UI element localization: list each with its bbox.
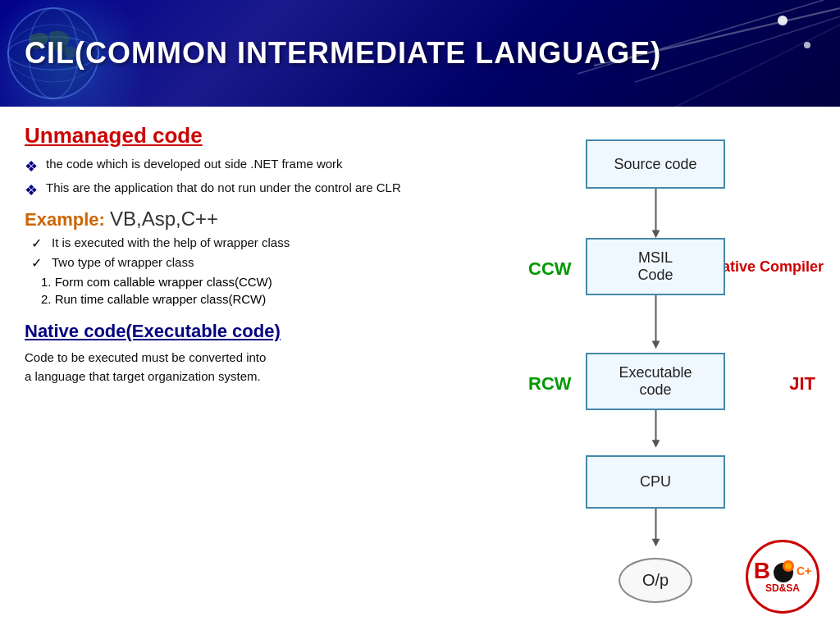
logo-dot-icon xyxy=(772,559,795,582)
main-content: Unmanaged code ❖ the code which is devel… xyxy=(0,107,840,630)
native-title: Native code(Executable code) xyxy=(25,321,495,342)
native-desc-2: a language that target organization syst… xyxy=(25,368,495,386)
left-column: Unmanaged code ❖ the code which is devel… xyxy=(25,123,512,622)
bullet-item-1: ❖ the code which is developed out side .… xyxy=(25,157,495,176)
header: CIL(COMMON INTERMEDIATE LANGUAGE) xyxy=(0,0,840,107)
svg-point-9 xyxy=(778,16,788,25)
cpu-label: CPU xyxy=(640,473,671,491)
bullet-item-2: ❖ This are the application that do not r… xyxy=(25,180,495,199)
logo-oc: C+ xyxy=(797,564,811,578)
source-code-box: Source code xyxy=(586,139,725,189)
svg-point-10 xyxy=(804,42,810,48)
native-desc-1: Code to be executed must be converted in… xyxy=(25,349,495,368)
logo-sdsa: SD&SA xyxy=(754,582,812,594)
check-item-2: ✓ Two type of wrapper class xyxy=(25,255,495,271)
svg-point-21 xyxy=(785,563,792,569)
executable-code-box: Executablecode xyxy=(586,353,725,410)
msil-code-label: MSILCode xyxy=(637,249,673,284)
right-column: Source code CCW Native Compiler MSILCode… xyxy=(512,123,824,622)
ccw-label: CCW xyxy=(528,258,572,280)
svg-marker-16 xyxy=(652,440,660,448)
svg-marker-12 xyxy=(652,231,660,239)
rcw-label: RCW xyxy=(528,373,572,395)
diagram: Source code CCW Native Compiler MSILCode… xyxy=(512,131,824,622)
diamond-icon-2: ❖ xyxy=(25,181,38,199)
diamond-icon-1: ❖ xyxy=(25,158,38,176)
msil-code-box: MSILCode xyxy=(586,238,725,295)
svg-marker-14 xyxy=(652,341,660,349)
example-label: Example: xyxy=(25,209,105,230)
numbered-item-1: 1. Form com callable wrapper class(CCW) xyxy=(41,275,495,289)
logo-inner: B C+ SD&SA xyxy=(754,559,812,594)
checkmark-icon-2: ✓ xyxy=(31,255,42,271)
jit-label: JIT xyxy=(789,373,815,395)
slide-title: CIL(COMMON INTERMEDIATE LANGUAGE) xyxy=(25,36,661,71)
check-text-2: Two type of wrapper class xyxy=(52,255,194,269)
numbered-item-2: 2. Run time callable wrapper class(RCW) xyxy=(41,292,495,306)
checkmark-icon-1: ✓ xyxy=(31,235,42,251)
svg-marker-18 xyxy=(652,539,660,547)
unmanaged-title: Unmanaged code xyxy=(25,123,495,148)
example-values: VB,Asp,C++ xyxy=(110,208,218,230)
executable-code-label: Executablecode xyxy=(619,364,692,399)
check-text-1: It is executed with the help of wrapper … xyxy=(52,235,290,249)
check-item-1: ✓ It is executed with the help of wrappe… xyxy=(25,235,495,251)
numbered-list: 1. Form com callable wrapper class(CCW) … xyxy=(41,275,495,306)
source-code-label: Source code xyxy=(614,156,696,173)
cpu-box: CPU xyxy=(586,455,725,509)
output-box: O/p xyxy=(619,558,692,603)
bullet-text-1: the code which is developed out side .NE… xyxy=(46,157,343,171)
output-label: O/p xyxy=(642,571,669,590)
bullet-text-2: This are the application that do not run… xyxy=(46,180,401,194)
native-compiler-label: Native Compiler xyxy=(711,258,824,276)
logo-badge: B C+ SD&SA xyxy=(746,540,819,614)
logo-b: B xyxy=(754,559,770,582)
example-line: Example: VB,Asp,C++ xyxy=(25,208,495,231)
